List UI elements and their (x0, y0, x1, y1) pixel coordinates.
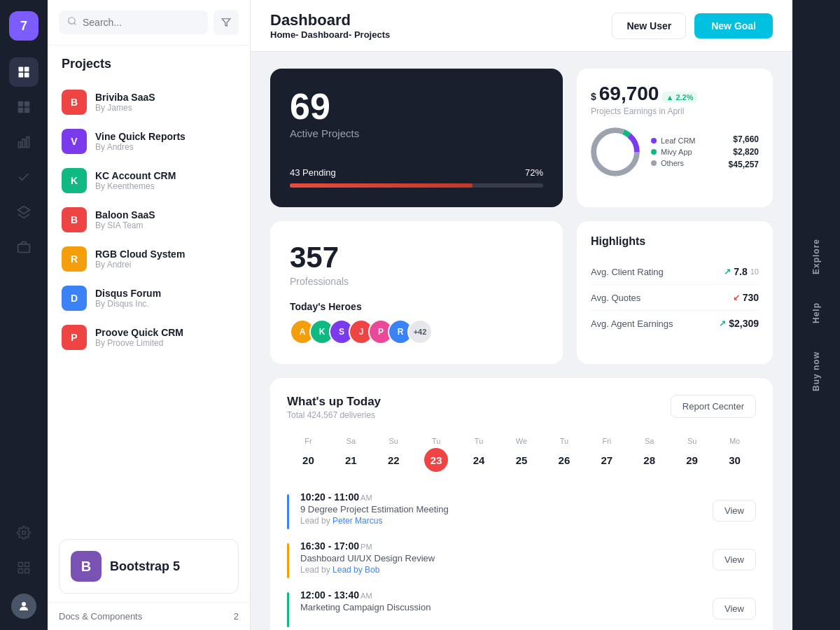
nav-icon-check[interactable] (9, 162, 38, 192)
project-info: Vine Quick Reports By Andres (95, 131, 186, 152)
calendar-section: What's up Today Total 424,567 deliveries… (270, 378, 773, 630)
earnings-values: $7,660 $2,820 $45,257 (729, 134, 759, 169)
legend-mivy-app: Mivy App (651, 148, 718, 156)
highlight-value: ↙ 730 (733, 292, 759, 303)
top-row: 69 Active Projects 43 Pending 72% $ 69,7… (270, 69, 773, 207)
pending-percent: 72% (525, 167, 543, 178)
days-row: Fr 20 Sa 21 Su 22 Tu 23 Tu 24 We 25 Tu 2… (287, 431, 756, 477)
view-event-button[interactable]: View (713, 500, 756, 522)
project-logo: V (62, 129, 87, 154)
day-label: Su (389, 437, 398, 445)
project-item[interactable]: B Baloon SaaS By SIA Team (48, 200, 250, 239)
event-list: 10:20 - 11:00AM 9 Degree Project Estimat… (287, 491, 756, 627)
earnings-badge: ▲ 2.2% (662, 92, 697, 103)
project-item[interactable]: V Vine Quick Reports By Andres (48, 122, 250, 161)
project-by: By Andres (95, 142, 186, 152)
project-info: Baloon SaaS By SIA Team (95, 209, 155, 230)
event-item: 10:20 - 11:00AM 9 Degree Project Estimat… (287, 491, 756, 529)
svg-rect-0 (19, 67, 24, 72)
breadcrumb: Home- Dashboard- Projects (270, 29, 390, 40)
project-item[interactable]: P Proove Quick CRM By Proove Limited (48, 318, 250, 357)
event-body: 16:30 - 17:00PM Dashboard UI/UX Design R… (300, 540, 701, 575)
highlights-title: Highlights (591, 235, 759, 248)
dashboard-body: 69 Active Projects 43 Pending 72% $ 69,7… (251, 52, 792, 630)
highlight-value: ↗ 7.8 10 (724, 266, 759, 277)
event-body: 10:20 - 11:00AM 9 Degree Project Estimat… (300, 491, 701, 526)
day-cell[interactable]: Su 22 (372, 431, 415, 477)
heroes-label: Today's Heroes (290, 301, 543, 312)
view-event-button[interactable]: View (713, 549, 756, 570)
day-cell[interactable]: Su 29 (671, 431, 713, 477)
explore-tab[interactable]: Explore (804, 225, 828, 288)
search-input-wrap[interactable] (59, 10, 208, 34)
nav-user-number[interactable]: 7 (9, 11, 38, 41)
nav-user-avatar[interactable] (11, 594, 36, 619)
svg-line-20 (74, 23, 76, 25)
svg-rect-6 (18, 108, 24, 113)
svg-point-18 (22, 602, 26, 606)
project-info: Briviba SaaS By James (95, 92, 155, 113)
day-number: 25 (510, 448, 533, 472)
new-goal-button[interactable]: New Goal (694, 13, 773, 38)
day-label: Sa (346, 437, 356, 445)
day-number: 22 (382, 448, 405, 472)
breadcrumb-dashboard[interactable]: Dashboard- (301, 29, 351, 40)
calendar-title-group: What's up Today Total 424,567 deliveries (287, 395, 381, 420)
nav-icon-dashboard[interactable] (9, 57, 38, 87)
day-cell[interactable]: Sa 21 (330, 431, 372, 477)
day-cell[interactable]: Sa 28 (628, 431, 671, 477)
svg-rect-15 (25, 563, 29, 567)
project-item[interactable]: R RGB Cloud System By Andrei (48, 239, 250, 279)
project-logo: K (62, 168, 87, 193)
project-item[interactable]: B Briviba SaaS By James (48, 83, 250, 122)
nav-icon-chart[interactable] (9, 127, 38, 157)
day-cell[interactable]: Fr 20 (287, 431, 330, 477)
highlight-key: Avg. Agent Earnings (591, 318, 673, 329)
progress-bar-fill (290, 183, 472, 188)
event-desc: Marketing Campaign Discussion (300, 602, 701, 612)
event-lead-link[interactable]: Lead by Bob (332, 565, 379, 575)
buy-now-tab[interactable]: Buy now (804, 337, 828, 405)
val-mivy: $2,820 (729, 147, 759, 157)
event-lead-link[interactable]: Peter Marcus (332, 516, 382, 526)
project-name: RGB Cloud System (95, 248, 185, 260)
new-user-button[interactable]: New User (612, 13, 686, 39)
day-cell[interactable]: Tu 26 (542, 431, 585, 477)
docs-label: Docs & Components (59, 611, 142, 622)
donut-row: Leaf CRM Mivy App Others $7,660 (591, 127, 759, 176)
project-item[interactable]: D Disqus Forum By Disqus Inc. (48, 279, 250, 318)
right-panel: Explore Help Buy now (792, 0, 840, 630)
event-item: 16:30 - 17:00PM Dashboard UI/UX Design R… (287, 540, 756, 578)
svg-rect-14 (19, 563, 23, 567)
filter-button[interactable] (214, 10, 239, 35)
highlight-row: Avg. Client Rating ↗ 7.8 10 (591, 259, 759, 285)
nav-icon-apps[interactable] (9, 92, 38, 122)
day-cell[interactable]: Tu 24 (458, 431, 500, 477)
pending-label: 43 Pending (290, 167, 336, 178)
svg-rect-5 (24, 102, 30, 107)
day-cell[interactable]: Fri 27 (585, 431, 628, 477)
nav-icon-layers[interactable] (9, 197, 38, 227)
day-cell[interactable]: Tu 23 (415, 431, 458, 477)
day-cell[interactable]: We 25 (500, 431, 543, 477)
day-label: Tu (432, 437, 440, 445)
earnings-amount: 69,700 (599, 83, 659, 105)
nav-icon-settings[interactable] (9, 518, 38, 547)
svg-point-13 (22, 531, 26, 535)
search-input[interactable] (83, 17, 200, 28)
help-tab[interactable]: Help (804, 288, 828, 337)
view-event-button[interactable]: View (713, 598, 756, 620)
docs-row[interactable]: Docs & Components 2 (48, 602, 250, 630)
report-center-button[interactable]: Report Cecnter (671, 395, 756, 418)
nav-icon-briefcase[interactable] (9, 232, 38, 262)
project-item[interactable]: K KC Account CRM By Keenthemes (48, 161, 250, 200)
event-line (287, 592, 289, 627)
project-by: By James (95, 103, 155, 113)
nav-icon-grid2[interactable] (9, 553, 38, 582)
highlight-key: Avg. Client Rating (591, 267, 664, 277)
donut-chart (591, 127, 640, 176)
breadcrumb-home[interactable]: Home- (270, 29, 298, 40)
day-number: 28 (638, 448, 662, 472)
day-cell[interactable]: Mo 30 (713, 431, 756, 477)
day-number: 29 (680, 448, 704, 472)
